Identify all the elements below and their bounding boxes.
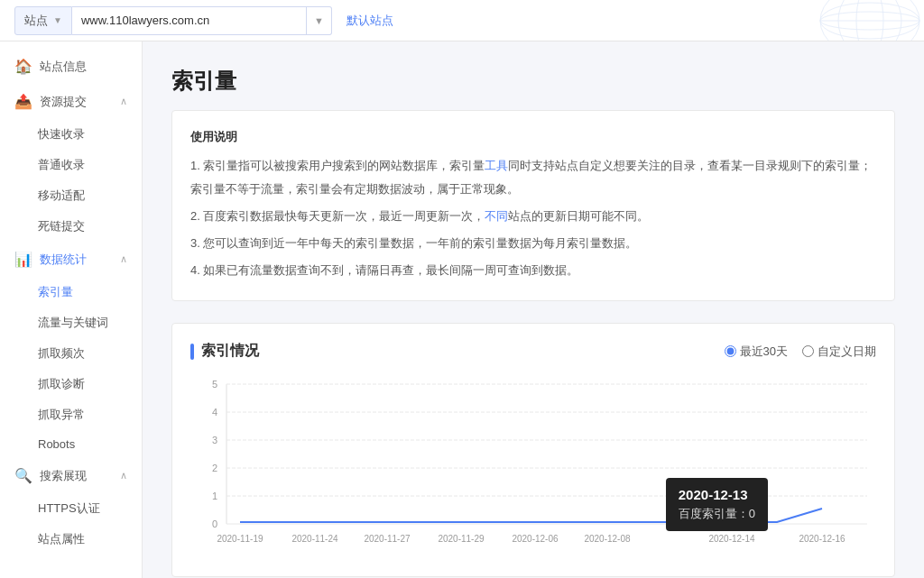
home-icon: 🏠 (14, 58, 32, 75)
chevron-down-icon: ∧ (120, 253, 127, 265)
radio-custom-date[interactable]: 自定义日期 (802, 344, 876, 360)
svg-text:5: 5 (212, 379, 217, 390)
svg-text:2020-11-27: 2020-11-27 (364, 534, 411, 544)
sidebar-item-crawl-frequency[interactable]: 抓取频次 (0, 338, 142, 369)
svg-text:2020-12-08: 2020-12-08 (584, 534, 631, 544)
chevron-icon: ∧ (120, 96, 127, 107)
usage-line-1: 1. 索引量指可以被搜索用户搜索到的网站数据库，索引量工具同时支持站点自定义想要… (190, 154, 876, 201)
usage-line-4: 4. 如果已有流量数据查询不到，请隔日再查，最长间隔一周可查询到数据。 (190, 259, 876, 282)
svg-text:4: 4 (212, 407, 217, 417)
radio-recent-30[interactable]: 最近30天 (725, 344, 788, 360)
chart-container: 5 4 3 2 1 0 2020-11-19 2020-11-24 2020-1… (190, 375, 876, 558)
radio-custom-label: 自定义日期 (818, 344, 876, 360)
sidebar-label-dead-link: 死链提交 (38, 219, 85, 233)
sidebar-label-https-auth: HTTPS认证 (38, 501, 100, 515)
sidebar-item-resource-submit[interactable]: 📤 资源提交 ∧ (0, 84, 142, 119)
sidebar-label-index-volume: 索引量 (38, 285, 73, 298)
sidebar-item-mobile-adapt[interactable]: 移动适配 (0, 180, 142, 211)
sidebar-item-site-property[interactable]: 站点属性 (0, 524, 142, 555)
sidebar-label-data-stats: 数据统计 (40, 252, 87, 268)
main-layout: 🏠 站点信息 📤 资源提交 ∧ 快速收录 普通收录 移动适配 死链提交 📊 数据… (0, 41, 924, 578)
sidebar-label-crawl-diagnosis: 抓取诊断 (38, 377, 85, 390)
sidebar-item-https-auth[interactable]: HTTPS认证 (0, 493, 142, 524)
sidebar-item-quick-collect[interactable]: 快速收录 (0, 119, 142, 150)
site-dropdown-arrow: ▼ (53, 15, 62, 25)
url-dropdown[interactable]: ▼ (307, 6, 332, 35)
usage-note: 使用说明 1. 索引量指可以被搜索用户搜索到的网站数据库，索引量工具同时支持站点… (171, 110, 895, 301)
sidebar-item-index-volume[interactable]: 索引量 (0, 277, 142, 307)
default-site-link[interactable]: 默认站点 (346, 13, 393, 29)
svg-text:2020-11-19: 2020-11-19 (217, 534, 263, 544)
header: 站点 ▼ www.110lawyers.com.cn ▼ 默认站点 (0, 0, 924, 41)
radio-recent-input[interactable] (725, 345, 736, 357)
chart-title: 索引情况 (190, 342, 259, 361)
sidebar-label-mobile-adapt: 移动适配 (38, 188, 85, 202)
site-label-text: 站点 (24, 13, 48, 29)
sidebar: 🏠 站点信息 📤 资源提交 ∧ 快速收录 普通收录 移动适配 死链提交 📊 数据… (0, 41, 143, 578)
svg-text:1: 1 (212, 491, 217, 501)
sidebar-label-quick-collect: 快速收录 (38, 127, 85, 141)
sidebar-label-robots: Robots (38, 437, 75, 451)
sidebar-item-data-stats[interactable]: 📊 数据统计 ∧ (0, 242, 142, 277)
url-display: www.110lawyers.com.cn (72, 6, 307, 35)
svg-text:2020-11-24: 2020-11-24 (291, 534, 338, 544)
search-perf-icon: 🔍 (14, 467, 32, 484)
usage-line-2: 2. 百度索引数据最快每天更新一次，最近一周更新一次，不同站点的更新日期可能不同… (190, 205, 876, 228)
sidebar-item-robots[interactable]: Robots (0, 430, 142, 458)
site-selector[interactable]: 站点 ▼ (14, 6, 72, 35)
chart-header: 索引情况 最近30天 自定义日期 (190, 342, 876, 361)
sidebar-item-site-info[interactable]: 🏠 站点信息 (0, 49, 142, 84)
sidebar-label-crawl-abnormal: 抓取异常 (38, 408, 85, 421)
sidebar-item-search-performance[interactable]: 🔍 搜索展现 ∧ (0, 458, 142, 493)
chart-icon: 📊 (14, 251, 32, 268)
sidebar-item-normal-collect[interactable]: 普通收录 (0, 150, 142, 180)
main-content: 索引量 使用说明 1. 索引量指可以被搜索用户搜索到的网站数据库，索引量工具同时… (143, 41, 924, 578)
svg-text:2020-12-14: 2020-12-14 (708, 534, 755, 544)
svg-text:2020-12-16: 2020-12-16 (799, 534, 845, 544)
sidebar-label-site-property: 站点属性 (38, 532, 85, 546)
usage-line-3: 3. 您可以查询到近一年中每天的索引量数据，一年前的索引量数据为每月索引量数据。 (190, 232, 876, 255)
chart-controls: 最近30天 自定义日期 (725, 344, 876, 360)
sidebar-item-crawl-diagnosis[interactable]: 抓取诊断 (0, 369, 142, 399)
sidebar-label-site-info: 站点信息 (40, 59, 87, 75)
svg-text:2: 2 (212, 463, 217, 473)
upload-icon: 📤 (14, 93, 32, 110)
usage-note-title: 使用说明 (190, 125, 876, 149)
sidebar-label-traffic-keywords: 流量与关键词 (38, 316, 108, 329)
chart-title-text: 索引情况 (201, 342, 259, 361)
sidebar-item-traffic-keywords[interactable]: 流量与关键词 (0, 307, 142, 338)
sidebar-label-normal-collect: 普通收录 (38, 158, 85, 171)
sidebar-label-search-performance: 搜索展现 (40, 468, 87, 484)
svg-point-27 (727, 518, 736, 527)
svg-text:3: 3 (212, 435, 217, 445)
chart-title-bar (190, 344, 194, 360)
chart-section: 索引情况 最近30天 自定义日期 (171, 323, 895, 577)
sidebar-label-crawl-frequency: 抓取频次 (38, 346, 85, 360)
svg-text:0: 0 (212, 518, 217, 529)
sidebar-item-dead-link[interactable]: 死链提交 (0, 211, 142, 242)
chart-svg: 5 4 3 2 1 0 2020-11-19 2020-11-24 2020-1… (190, 375, 876, 555)
svg-text:2020-11-29: 2020-11-29 (438, 534, 485, 544)
sidebar-label-resource-submit: 资源提交 (40, 94, 87, 110)
chevron-expand-icon: ∧ (120, 470, 127, 482)
globe-decoration (725, 0, 924, 41)
radio-custom-input[interactable] (802, 345, 814, 357)
radio-recent-label: 最近30天 (740, 344, 788, 360)
page-title: 索引量 (171, 67, 895, 96)
svg-text:2020-12-06: 2020-12-06 (512, 534, 559, 544)
sidebar-item-crawl-abnormal[interactable]: 抓取异常 (0, 399, 142, 430)
